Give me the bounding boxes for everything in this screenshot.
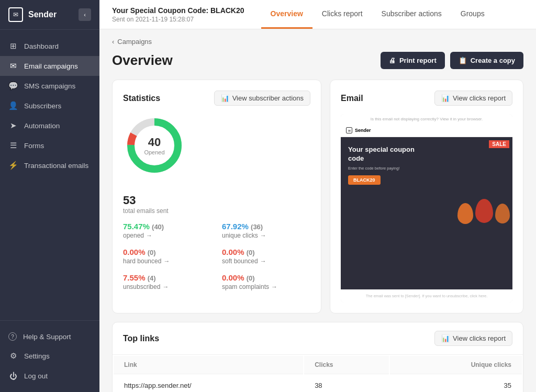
- view-clicks-report-label: View clicks report: [453, 94, 506, 102]
- preview-top-text: Is this email not displaying correctly? …: [341, 114, 512, 124]
- stat-unsubscribed-pct: 7.55% (4): [123, 273, 211, 282]
- stat-spam-pct: 0.00% (0): [222, 273, 310, 282]
- sidebar-item-label: SMS campaigns: [24, 82, 75, 90]
- sidebar-item-label: Automation: [24, 122, 60, 130]
- top-nav-tabs: Overview Clicks report Subscriber action…: [261, 0, 494, 29]
- donut-chart: 40 Opened: [123, 114, 186, 177]
- preview-balloons: [455, 137, 512, 289]
- create-copy-button[interactable]: 📋 Create a copy: [450, 52, 523, 69]
- sidebar-item-label: Help & Support: [23, 333, 71, 341]
- sidebar-item-forms[interactable]: ☰ Forms: [0, 136, 99, 155]
- stat-hard-bounced-label: hard bounced →: [123, 257, 211, 265]
- preview-logo-text: Sender: [355, 128, 371, 133]
- stat-soft-bounced-pct: 0.00% (0): [222, 248, 310, 256]
- top-nav: Your Special Coupon Code: BLACK20 Sent o…: [99, 0, 536, 29]
- campaign-date: Sent on 2021-11-19 15:28:07: [112, 16, 244, 23]
- chart-icon-3: 📊: [441, 334, 450, 342]
- preview-hero-title: Your special coupon code: [348, 145, 417, 163]
- email-card: Email 📊 View clicks report Is this email…: [330, 80, 523, 313]
- preview-hero: Your special coupon code Enter the code …: [341, 137, 512, 289]
- print-icon: 🖨: [389, 57, 396, 64]
- sidebar-item-logout[interactable]: ⏻ Log out: [0, 366, 99, 386]
- sidebar-collapse-button[interactable]: ‹: [79, 8, 91, 21]
- breadcrumb-text: Campaigns: [117, 38, 152, 46]
- preview-hero-content: Your special coupon code Enter the code …: [341, 137, 425, 289]
- stats-grid: 75.47% (40) opened → 67.92% (36) unique …: [123, 222, 310, 290]
- print-report-button[interactable]: 🖨 Print report: [381, 52, 445, 69]
- help-icon: ?: [8, 332, 17, 341]
- sidebar-item-transactional[interactable]: ⚡ Transactional emails: [0, 155, 99, 175]
- chart-icon-2: 📊: [441, 94, 450, 102]
- stat-unsubscribed: 7.55% (4) unsubscribed →: [123, 273, 211, 290]
- page-header: Overview 🖨 Print report 📋 Create a copy: [112, 52, 523, 69]
- stat-opened-label: opened →: [123, 232, 211, 239]
- sidebar-nav: ⊞ Dashboard ✉ Email campaigns 💬 SMS camp…: [0, 30, 99, 320]
- automation-icon: ➤: [8, 121, 18, 130]
- tab-subscriber-actions[interactable]: Subscriber actions: [372, 0, 451, 29]
- dashboard-icon: ⊞: [8, 41, 18, 51]
- header-actions: 🖨 Print report 📋 Create a copy: [381, 52, 523, 69]
- donut-label: Opened: [144, 149, 164, 155]
- logout-icon: ⏻: [8, 371, 18, 380]
- email-card-title: Email: [341, 94, 363, 103]
- table-row: https://app.sender.net/ 38 35: [114, 375, 522, 392]
- view-clicks-report-label-2: View clicks report: [453, 334, 506, 342]
- logo-text: Sender: [28, 10, 57, 19]
- forms-icon: ☰: [8, 141, 18, 150]
- statistics-title: Statistics: [123, 94, 160, 103]
- sale-badge: SALE: [489, 140, 509, 148]
- statistics-card: Statistics 📊 View subscriber actions: [112, 80, 321, 313]
- sidebar-item-label: Email campaigns: [24, 62, 78, 70]
- view-clicks-report-button-2[interactable]: 📊 View clicks report: [434, 331, 512, 346]
- stat-unique-clicks-pct: 67.92% (36): [222, 222, 310, 231]
- sidebar-item-subscribers[interactable]: 👤 Subscribers: [0, 96, 99, 116]
- preview-footer-text: The email was sent to [Sender]. If you w…: [341, 289, 512, 303]
- tab-clicks-report[interactable]: Clicks report: [312, 0, 372, 29]
- col-unique-clicks: Unique clicks: [390, 356, 522, 374]
- chart-icon: 📊: [221, 94, 229, 102]
- email-card-header: Email 📊 View clicks report: [341, 91, 512, 106]
- preview-logo-icon: ✉: [346, 127, 352, 133]
- view-subscriber-actions-button[interactable]: 📊 View subscriber actions: [214, 91, 310, 106]
- col-link: Link: [114, 356, 303, 374]
- sidebar-item-automation[interactable]: ➤ Automation: [0, 116, 99, 136]
- unique-clicks-cell: 35: [390, 375, 522, 392]
- sidebar-logo: ✉ Sender ‹: [0, 0, 99, 30]
- total-sent-number: 53: [123, 194, 310, 207]
- logo-icon: ✉: [8, 7, 23, 22]
- sidebar-item-label: Transactional emails: [24, 162, 88, 170]
- stats-total: 53 total emails sent: [123, 194, 310, 215]
- sidebar-item-help[interactable]: ? Help & Support: [0, 327, 99, 346]
- sidebar-item-settings[interactable]: ⚙ Settings: [0, 346, 99, 366]
- stat-unsubscribed-label: unsubscribed →: [123, 283, 211, 290]
- sidebar-item-sms-campaigns[interactable]: 💬 SMS campaigns: [0, 76, 99, 96]
- stat-unique-clicks: 67.92% (36) unique clicks →: [222, 222, 310, 239]
- sidebar-item-label: Log out: [24, 372, 48, 380]
- settings-icon: ⚙: [8, 351, 18, 361]
- print-label: Print report: [399, 57, 437, 64]
- stat-opened: 75.47% (40) opened →: [123, 222, 211, 239]
- cards-row: Statistics 📊 View subscriber actions: [112, 80, 523, 313]
- stat-spam: 0.00% (0) spam complaints →: [222, 273, 310, 290]
- tab-groups[interactable]: Groups: [451, 0, 494, 29]
- donut-center: 40 Opened: [144, 136, 164, 155]
- sidebar-item-label: Settings: [24, 352, 50, 360]
- sidebar-item-email-campaigns[interactable]: ✉ Email campaigns: [0, 56, 99, 76]
- email-campaigns-icon: ✉: [8, 61, 18, 71]
- view-clicks-report-button[interactable]: 📊 View clicks report: [434, 91, 512, 106]
- main-content: Your Special Coupon Code: BLACK20 Sent o…: [99, 0, 536, 392]
- statistics-card-header: Statistics 📊 View subscriber actions: [123, 91, 310, 106]
- stat-soft-bounced: 0.00% (0) soft bounced →: [222, 248, 310, 265]
- page-title: Overview: [112, 52, 173, 69]
- campaign-title: Your Special Coupon Code: BLACK20: [112, 6, 244, 15]
- tab-overview[interactable]: Overview: [261, 0, 312, 29]
- col-clicks: Clicks: [304, 356, 389, 374]
- sidebar-item-label: Dashboard: [24, 42, 59, 50]
- back-arrow-icon: ‹: [112, 38, 114, 46]
- link-cell[interactable]: https://app.sender.net/: [114, 375, 303, 392]
- sidebar-item-dashboard[interactable]: ⊞ Dashboard: [0, 36, 99, 56]
- breadcrumb[interactable]: ‹ Campaigns: [112, 38, 523, 46]
- total-sent-label: total emails sent: [123, 207, 310, 215]
- donut-number: 40: [144, 136, 164, 149]
- top-links-table: Link Clicks Unique clicks https://app.se…: [113, 355, 523, 392]
